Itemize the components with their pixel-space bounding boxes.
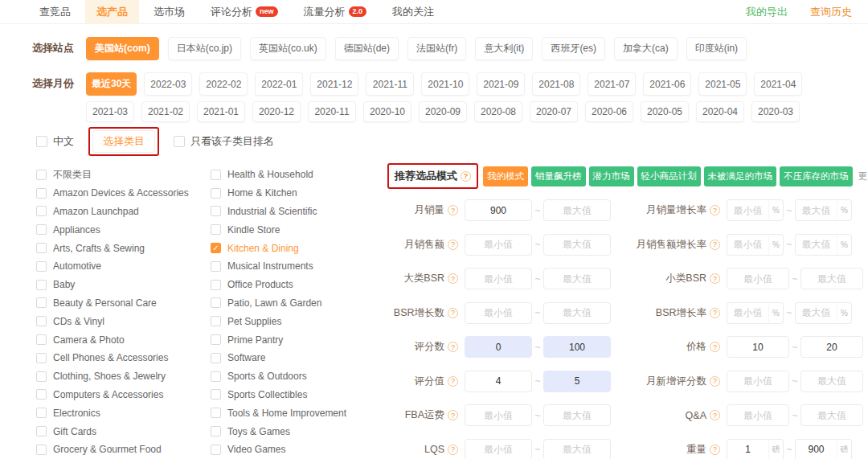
category-item[interactable]: Sports Collectibles [211, 386, 346, 404]
help-icon[interactable] [448, 273, 458, 284]
filter-min-input[interactable] [727, 234, 768, 256]
month-button[interactable]: 2021-11 [366, 72, 414, 96]
help-icon[interactable] [448, 205, 458, 215]
site-button[interactable]: 德国站(de) [335, 37, 399, 60]
category-item[interactable]: Musical Instruments [211, 257, 346, 276]
preset-button[interactable]: 轻小商品计划 [637, 166, 701, 186]
filter-max-input[interactable] [800, 336, 863, 358]
site-button[interactable]: 日本站(co.jp) [168, 37, 241, 60]
site-button[interactable]: 西班牙(es) [542, 37, 605, 60]
category-item[interactable]: Computers & Accessories [36, 386, 189, 404]
category-item[interactable]: Patio, Lawn & Garden [211, 294, 346, 313]
category-item[interactable]: Kindle Store [211, 220, 346, 239]
help-icon[interactable] [448, 308, 458, 318]
month-button[interactable]: 2020-11 [308, 101, 356, 122]
month-button[interactable]: 2022-01 [255, 72, 303, 96]
help-icon[interactable] [448, 376, 458, 387]
month-button[interactable]: 最近30天 [86, 72, 137, 96]
month-button[interactable]: 2021-10 [421, 72, 469, 96]
site-button[interactable]: 加拿大(ca) [614, 37, 678, 60]
filter-max-input[interactable] [800, 268, 863, 289]
month-button[interactable]: 2020-08 [474, 101, 522, 122]
month-button[interactable]: 2020-10 [363, 101, 411, 122]
month-button[interactable]: 2021-06 [643, 72, 691, 96]
help-icon[interactable] [710, 376, 720, 387]
help-icon[interactable] [710, 205, 720, 215]
category-checkbox[interactable] [36, 297, 47, 308]
nav-tab-1[interactable]: 选产品 [85, 0, 139, 24]
nav-tab-2[interactable]: 选市场 [142, 0, 196, 24]
category-item[interactable]: Amazon Devices & Accessories [36, 184, 189, 203]
filter-min-input[interactable] [465, 199, 532, 221]
category-item[interactable]: CDs & Vinyl [36, 312, 189, 330]
help-icon[interactable] [448, 410, 458, 420]
category-checkbox[interactable] [36, 316, 47, 326]
category-checkbox[interactable] [211, 170, 221, 180]
help-icon[interactable] [461, 171, 471, 182]
category-checkbox[interactable] [36, 280, 47, 290]
category-item[interactable]: Software [211, 349, 346, 367]
category-item[interactable]: Appliances [36, 220, 189, 239]
category-item[interactable]: Baby [36, 276, 189, 294]
category-item[interactable]: Office Products [211, 276, 346, 294]
category-item[interactable]: Amazon Launchpad [36, 203, 189, 221]
help-icon[interactable] [710, 240, 720, 250]
category-checkbox[interactable] [36, 261, 47, 272]
category-item[interactable]: 不限类目 [36, 166, 189, 184]
month-button[interactable]: 2020-09 [419, 101, 467, 122]
nav-tab-4[interactable]: 流量分析2.0 [293, 0, 379, 24]
filter-max-input[interactable] [543, 404, 611, 426]
month-button[interactable]: 2022-02 [199, 72, 248, 96]
category-checkbox[interactable] [211, 371, 221, 382]
category-checkbox[interactable] [36, 243, 47, 253]
category-item[interactable]: Pet Supplies [211, 312, 346, 330]
month-button[interactable]: 2021-04 [754, 72, 802, 96]
filter-max-input[interactable] [795, 439, 837, 459]
category-checkbox[interactable] [211, 188, 221, 199]
category-checkbox[interactable] [36, 389, 47, 400]
category-item[interactable]: Cell Phones & Accessories [36, 349, 189, 367]
category-checkbox[interactable] [36, 170, 47, 180]
month-button[interactable]: 2020-06 [585, 101, 633, 122]
preset-button[interactable]: 未被满足的市场 [704, 166, 777, 186]
help-icon[interactable] [710, 342, 720, 352]
category-item[interactable]: Sports & Outdoors [211, 367, 346, 386]
help-icon[interactable] [710, 445, 720, 455]
site-button[interactable]: 意大利(it) [475, 37, 533, 60]
filter-min-input[interactable] [465, 268, 532, 289]
filter-min-input[interactable] [465, 439, 532, 459]
month-button[interactable]: 2021-09 [477, 72, 525, 96]
month-button[interactable]: 2021-05 [698, 72, 747, 96]
category-item[interactable]: Gift Cards [36, 422, 189, 441]
filter-max-input[interactable] [543, 234, 611, 256]
category-item[interactable]: Beauty & Personal Care [36, 294, 189, 313]
filter-max-input[interactable] [795, 234, 837, 256]
category-checkbox[interactable] [211, 353, 221, 363]
help-icon[interactable] [710, 273, 720, 284]
filter-min-input[interactable] [727, 336, 789, 358]
filter-max-input[interactable] [800, 371, 863, 392]
category-checkbox[interactable] [36, 353, 47, 363]
category-checkbox[interactable] [211, 206, 221, 216]
category-checkbox[interactable] [211, 445, 221, 455]
category-checkbox[interactable] [36, 188, 47, 199]
filter-min-input[interactable] [465, 302, 532, 324]
chinese-checkbox-item[interactable]: 中文 [36, 134, 74, 149]
filter-max-input[interactable] [543, 199, 611, 221]
month-button[interactable]: 2022-03 [144, 72, 192, 96]
site-button[interactable]: 英国站(co.uk) [250, 37, 326, 60]
category-checkbox[interactable] [36, 426, 47, 436]
category-item[interactable]: Tools & Home Improvement [211, 404, 346, 422]
filter-min-input[interactable] [465, 234, 532, 256]
category-checkbox[interactable] [211, 280, 221, 290]
category-item[interactable]: Grocery & Gourmet Food [36, 441, 189, 459]
chinese-checkbox[interactable] [36, 136, 47, 147]
filter-max-input[interactable] [543, 371, 611, 392]
month-button[interactable]: 2020-07 [530, 101, 578, 122]
filter-min-input[interactable] [727, 268, 789, 289]
filter-max-input[interactable] [795, 302, 837, 324]
month-button[interactable]: 2020-03 [751, 101, 800, 122]
nav-tab-0[interactable]: 查竞品 [28, 0, 82, 24]
nav-tab-3[interactable]: 评论分析new [199, 0, 289, 24]
category-checkbox[interactable] [36, 334, 47, 345]
